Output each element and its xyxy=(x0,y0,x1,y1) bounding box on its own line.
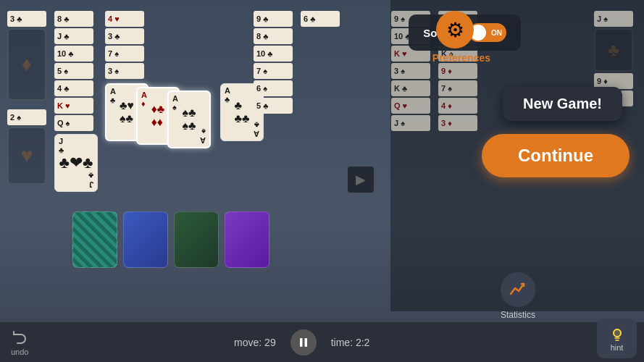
move-counter: move: 29 xyxy=(234,337,276,348)
c2-j[interactable]: J ♣ xyxy=(54,28,93,44)
c4-8[interactable]: 8 ♣ xyxy=(254,28,293,44)
spacer5 xyxy=(301,28,340,144)
sound-toggle[interactable]: ON xyxy=(469,23,506,42)
c6-j[interactable]: J ♠ xyxy=(391,115,430,131)
c2-k[interactable]: K ♥ xyxy=(54,98,93,114)
card-2c[interactable]: 2 ♠ xyxy=(7,109,46,125)
preferences-gear-button[interactable]: ⚙ xyxy=(436,11,474,49)
c7-3d[interactable]: 3 ♦ xyxy=(438,115,477,131)
c4-9[interactable]: 9 ♣ xyxy=(254,11,293,27)
card-slot: ♦ xyxy=(7,28,46,101)
c8-slot: ♣ xyxy=(594,28,633,72)
c3-4[interactable]: 4 ♥ xyxy=(105,11,144,27)
statistics-label: Statistics xyxy=(501,310,535,320)
c3-7[interactable]: 7 ♠ xyxy=(105,46,144,62)
c4-7[interactable]: 7 ♠ xyxy=(254,63,293,79)
c2-q[interactable]: Q ♠ xyxy=(54,115,93,131)
toggle-on-label: ON xyxy=(491,29,502,37)
undo-icon xyxy=(11,329,28,346)
statistics-panel: Statistics xyxy=(501,272,535,320)
time-counter: time: 2:2 xyxy=(331,337,370,348)
bottom-card-row xyxy=(72,211,269,268)
svg-rect-0 xyxy=(300,338,303,347)
c7-7[interactable]: 7 ♠ xyxy=(438,80,477,96)
c2-5[interactable]: 5 ♠ xyxy=(54,63,93,79)
hint-label: hint xyxy=(611,343,624,352)
move-count-value: 29 xyxy=(264,337,276,348)
c5-6[interactable]: 6 ♣ xyxy=(301,11,340,27)
c3-3b[interactable]: 3 ♠ xyxy=(105,63,144,79)
c3-3[interactable]: 3 ♣ xyxy=(105,28,144,44)
time-value: 2:2 xyxy=(356,337,369,348)
column-3: 4 ♥ 3 ♣ 7 ♠ 3 ♠ A♣ ♣♥♠♣ A♣ A♦ ♦♣♦♦ A♦ A♠… xyxy=(105,11,264,148)
c6-k2[interactable]: K ♣ xyxy=(391,80,430,96)
card-back-blue[interactable] xyxy=(123,211,168,268)
card-slot-2: ♥ xyxy=(7,127,46,185)
continue-button[interactable]: Continue xyxy=(482,134,630,177)
card-back-green[interactable] xyxy=(174,211,219,268)
undo-label: undo xyxy=(11,348,28,356)
c4-10[interactable]: 10 ♣ xyxy=(254,46,293,62)
c2-8[interactable]: 8 ♣ xyxy=(54,11,93,27)
pause-icon xyxy=(298,337,309,348)
card-3c[interactable]: 3 ♣ xyxy=(7,11,46,27)
game-background: 3 ♣ ♦ 2 ♠ ♥ 8 ♣ J ♣ 10 ♣ 5 ♠ 4 ♣ K ♥ Q ♠… xyxy=(0,0,644,362)
c2-10[interactable]: 10 ♣ xyxy=(54,46,93,62)
card-back-teal[interactable] xyxy=(72,211,117,268)
lightbulb-icon xyxy=(609,326,626,343)
highlighted-cards: A♣ ♣♥♠♣ A♣ A♦ ♦♣♦♦ A♦ A♠ ♠♣♠♣ A♠ A♣ ♣ xyxy=(105,83,264,148)
move-label: move: xyxy=(234,337,262,348)
statistics-button[interactable] xyxy=(501,272,535,307)
c2-j-large[interactable]: J♣ ♣❤♣ J♣ xyxy=(54,134,98,192)
card-spades-large[interactable]: A♠ ♠♣♠♣ A♠ xyxy=(167,90,211,148)
undo-button[interactable]: undo xyxy=(11,329,28,356)
new-game-button[interactable]: New Game! xyxy=(503,87,622,121)
statistics-chart-icon xyxy=(508,279,528,300)
column-4: 9 ♣ 8 ♣ 10 ♣ 7 ♠ 6 ♠ 5 ♣ xyxy=(254,11,293,114)
column-1: 3 ♣ ♦ 2 ♠ ♥ xyxy=(7,11,46,185)
gear-icon: ⚙ xyxy=(436,11,474,49)
c4-6[interactable]: 6 ♠ xyxy=(254,80,293,96)
c7-4d[interactable]: 4 ♦ xyxy=(438,98,477,114)
time-label: time: xyxy=(331,337,353,348)
c8-j[interactable]: J ♠ xyxy=(594,11,633,27)
svg-point-2 xyxy=(614,329,621,337)
column-5: 6 ♣ xyxy=(301,11,340,144)
next-arrow-button[interactable]: ▶ xyxy=(348,167,374,193)
c7-9[interactable]: 9 ♦ xyxy=(438,63,477,79)
c4-5[interactable]: 5 ♣ xyxy=(254,98,293,114)
bottom-center: move: 29 time: 2:2 xyxy=(234,329,369,355)
c6-q[interactable]: Q ♥ xyxy=(391,98,430,114)
preferences-label: Preferences xyxy=(432,52,490,64)
c6-3[interactable]: 3 ♠ xyxy=(391,63,430,79)
hint-button[interactable]: hint xyxy=(597,319,637,358)
column-2: 8 ♣ J ♣ 10 ♣ 5 ♠ 4 ♣ K ♥ Q ♠ J♣ ♣❤♣ J♣ xyxy=(54,11,98,192)
svg-rect-1 xyxy=(304,338,307,347)
card-back-purple[interactable] xyxy=(225,211,269,268)
c2-4[interactable]: 4 ♣ xyxy=(54,80,93,96)
pause-button[interactable] xyxy=(290,329,317,355)
bottom-bar: undo move: 29 time: 2:2 xyxy=(0,322,644,362)
